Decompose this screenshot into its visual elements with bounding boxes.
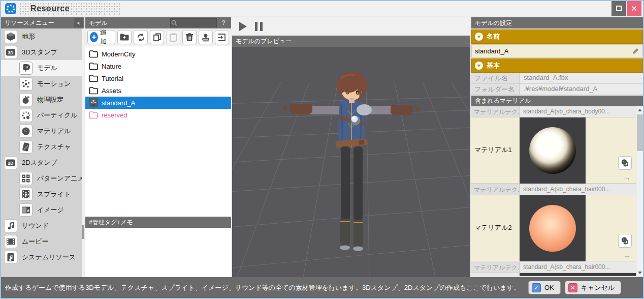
material-texture-row[interactable]: マテリアルテク... standard_A(sb_chara_body00...	[471, 106, 636, 117]
name-field[interactable]: standard_A	[471, 44, 643, 57]
file-name-row: ファイル名 standard_A.fbx	[471, 73, 643, 84]
help-button[interactable]: ?	[219, 18, 228, 27]
chevron-down-icon	[475, 62, 483, 70]
material-texture-row[interactable]: マテリアルテク... standard_A(sb_chara_hair000..…	[471, 262, 636, 273]
folder-icon	[88, 86, 99, 95]
model-item-list: ModernCity Nature Tutorial Assets	[85, 46, 231, 217]
sidebar-header: リソースメニュー <	[1, 17, 84, 28]
sound-icon	[4, 219, 17, 232]
copy-button[interactable]	[150, 30, 164, 44]
delete-icon	[185, 33, 194, 42]
search-icon	[171, 19, 178, 26]
add-button[interactable]: + 追加	[87, 30, 115, 44]
model-settings-panel: モデルの設定 名前 standard_A 基本 ファイル名 standard_A…	[471, 17, 643, 277]
list-item-folder[interactable]: Tutorial	[85, 72, 231, 84]
titlebar: Resource ✕	[1, 1, 643, 16]
name-value: standard_A	[475, 47, 509, 55]
svg-text:2D: 2D	[8, 160, 14, 165]
pause-icon[interactable]	[255, 22, 263, 31]
2d-stamp-icon: 2D	[4, 156, 17, 169]
play-icon[interactable]	[239, 22, 247, 31]
stamp-icon	[201, 33, 210, 42]
materials-header: 含まれるマテリアル	[471, 96, 643, 106]
material-detail-arrow[interactable]: →	[623, 174, 631, 181]
ok-check-icon: ✓	[532, 283, 541, 292]
model-viewport[interactable]	[232, 47, 470, 277]
list-item-model-selected[interactable]: standard_A	[85, 97, 231, 109]
model-toolbar: + 追加	[85, 28, 231, 46]
material-edit-button[interactable]	[618, 234, 632, 248]
sidebar-item-material[interactable]: マテリアル	[1, 123, 84, 139]
sidebar-item-pattern-anime[interactable]: パターンアニメ	[1, 170, 84, 186]
model-icon	[19, 62, 33, 75]
sidebar-item-image[interactable]: イメージ	[1, 202, 84, 218]
list-item-folder[interactable]: Assets	[85, 84, 231, 97]
materials-scrollbar[interactable]	[636, 106, 643, 276]
model-panel-title: モデル	[89, 19, 108, 26]
svg-text:3D: 3D	[8, 50, 14, 55]
cancel-x-icon: ✕	[568, 283, 577, 292]
preview-panel: モデルのプレビュー	[232, 17, 470, 277]
name-section-header[interactable]: 名前	[471, 29, 643, 44]
character-render	[232, 47, 470, 277]
reserved-folder-icon	[88, 110, 99, 119]
movie-icon	[4, 235, 17, 248]
chevron-down-icon	[475, 33, 483, 41]
footer-description: 作成するゲームで使用する3Dモデル、テクスチャ、スプライト、イメージ、サウンド等…	[1, 283, 524, 292]
sidebar-item-terrain[interactable]: 地形	[1, 28, 84, 44]
particle-icon	[19, 109, 33, 122]
app-dice-icon	[5, 3, 16, 14]
scrollbar-thumb[interactable]	[637, 114, 643, 151]
texture-icon	[19, 140, 33, 154]
paste-icon	[169, 33, 178, 42]
sidebar-item-model[interactable]: モデル	[1, 60, 84, 76]
pattern-anime-icon	[19, 172, 33, 185]
sidebar-item-2d-stamp[interactable]: 2D 2Dスタンプ	[1, 155, 84, 170]
ok-button[interactable]: ✓ OK	[528, 281, 561, 294]
add-icon: +	[90, 32, 98, 42]
sidebar-item-sound[interactable]: サウンド	[1, 218, 84, 233]
refresh-button[interactable]	[134, 30, 148, 44]
close-button[interactable]: ✕	[627, 1, 641, 16]
edit-pencil-icon[interactable]	[632, 47, 639, 55]
sidebar-item-particle[interactable]: パーティクル	[1, 107, 84, 123]
list-item-reserved[interactable]: reserved	[85, 109, 231, 121]
resource-menu-panel: リソースメニュー < 地形 3D 3Dスタンプ モデル モーション 物理設	[1, 17, 84, 277]
scroll-down-icon[interactable]	[636, 268, 643, 276]
sidebar-item-sprite[interactable]: スプライト	[1, 186, 84, 202]
motion-icon	[19, 77, 33, 91]
sidebar-item-3d-stamp[interactable]: 3D 3Dスタンプ	[1, 44, 84, 60]
sidebar-header-label: リソースメニュー	[5, 19, 54, 26]
list-item-folder[interactable]: Nature	[85, 60, 231, 72]
stamp-button[interactable]	[199, 30, 213, 44]
export-icon	[217, 33, 227, 42]
material-detail-arrow[interactable]: →	[623, 252, 631, 259]
settings-header: モデルの設定	[471, 17, 643, 28]
collapse-sidebar-button[interactable]: <	[74, 18, 83, 27]
sidebar-item-motion[interactable]: モーション	[1, 76, 84, 92]
preview-controls	[232, 17, 470, 36]
search-box[interactable]	[170, 18, 217, 27]
new-folder-button[interactable]	[117, 30, 132, 44]
sidebar-item-system-resource[interactable]: システムリソース	[1, 249, 84, 265]
material-texture-row[interactable]: マテリアルテク... standard_A(sb_chara_hair000..…	[471, 184, 636, 195]
basic-section-header[interactable]: 基本	[471, 58, 643, 73]
cancel-button[interactable]: ✕ キャンセル	[565, 281, 622, 294]
memo-area[interactable]	[85, 228, 231, 284]
material-icon	[19, 125, 33, 138]
model-list-panel: モデル ? + 追加	[85, 17, 231, 277]
material-edit-button[interactable]	[618, 156, 632, 170]
sidebar-scrollbar[interactable]	[82, 28, 84, 277]
paste-button[interactable]	[166, 30, 180, 44]
scroll-up-icon[interactable]	[636, 106, 643, 114]
sidebar-item-movie[interactable]: ムービー	[1, 233, 84, 249]
sidebar-item-texture[interactable]: テクスチャ	[1, 139, 84, 155]
list-item-folder[interactable]: ModernCity	[85, 48, 231, 60]
export-button[interactable]	[215, 30, 229, 44]
delete-button[interactable]	[182, 30, 197, 44]
maximize-button[interactable]	[611, 1, 626, 16]
title-pattern: Resource	[19, 3, 121, 15]
search-input[interactable]	[178, 20, 213, 26]
sidebar-item-physics[interactable]: 物理設定	[1, 92, 84, 107]
preview-header: モデルのプレビュー	[232, 36, 470, 47]
